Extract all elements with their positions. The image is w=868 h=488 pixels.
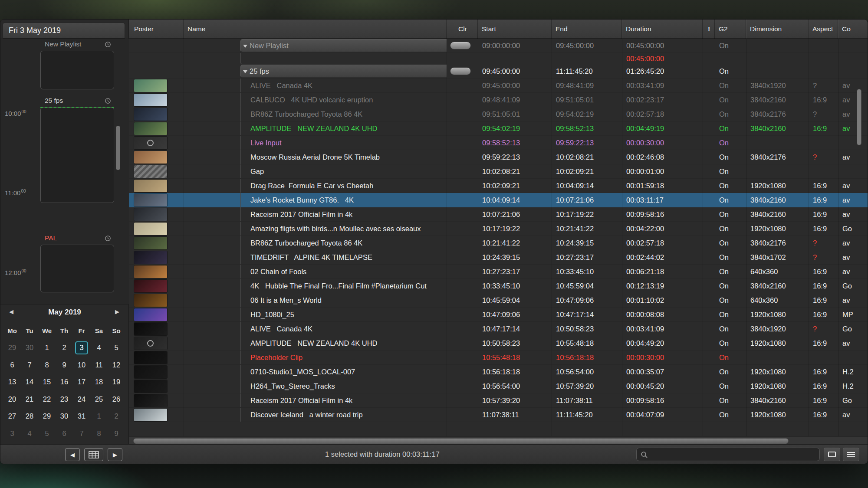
table-horizontal-scrollbar[interactable] — [129, 436, 868, 445]
calendar-day[interactable]: 10 — [73, 357, 90, 374]
playlist-group-row[interactable]: 25 fps09:45:00:0011:11:45:2001:26:45:20O… — [129, 64, 868, 79]
calendar-day[interactable]: 15 — [38, 373, 56, 391]
calendar-day[interactable]: 28 — [21, 408, 38, 425]
clip-row[interactable]: Discover Iceland a winter road trip11:07… — [129, 408, 868, 422]
header-codec[interactable]: Co — [838, 20, 868, 39]
clip-row[interactable]: Amazing fligts with birds...n Moullec av… — [129, 222, 868, 236]
header-clr[interactable]: Clr — [447, 20, 478, 39]
group-header[interactable]: 25 fps — [240, 65, 447, 78]
clip-row[interactable]: ALIVE Canada 4K09:45:00:0009:48:41:0900:… — [129, 79, 868, 93]
calendar-day[interactable]: 4 — [90, 339, 108, 357]
calendar-day[interactable]: 7 — [21, 357, 38, 374]
calendar-day[interactable]: 24 — [73, 391, 90, 408]
header-name[interactable]: Name — [184, 20, 447, 39]
timeline-block-pal[interactable]: PAL — [40, 233, 114, 292]
calendar-day[interactable]: 26 — [108, 391, 125, 408]
calendar-day[interactable]: 23 — [56, 391, 73, 408]
clip-row[interactable]: 06 It is a Men_s World10:45:59:0410:47:0… — [129, 293, 868, 308]
calendar-day[interactable]: 19 — [108, 373, 125, 391]
clip-row[interactable]: Moscow Russia Aerial Drone 5K Timelab09:… — [129, 150, 868, 164]
calendar-day[interactable]: 5 — [38, 425, 56, 442]
header-end[interactable]: End — [552, 20, 622, 39]
clip-row[interactable]: AMPLITUDE NEW ZEALAND 4K UHD09:54:02:190… — [129, 121, 868, 136]
clip-row[interactable]: TIMEDRIFT ALPINE 4K TIMELAPSE10:24:39:15… — [129, 250, 868, 265]
header-start[interactable]: Start — [478, 20, 552, 39]
clip-row[interactable]: BR86Z Turbocharged Toyota 86 4K09:51:05:… — [129, 107, 868, 121]
disclosure-triangle-icon[interactable] — [243, 70, 247, 73]
calendar-day[interactable]: 30 — [56, 408, 73, 425]
calendar-day[interactable]: 2 — [108, 408, 125, 425]
search-field[interactable] — [636, 448, 820, 461]
clip-row[interactable]: BR86Z Turbocharged Toyota 86 4K10:21:41:… — [129, 236, 868, 250]
color-pill[interactable] — [450, 42, 471, 49]
clip-row[interactable]: HD_1080i_2510:47:09:0610:47:17:1400:00:0… — [129, 308, 868, 322]
playlist-group-row[interactable]: New Playlist09:00:00:0009:45:00:0000:45:… — [129, 39, 868, 53]
calendar-day[interactable]: 11 — [90, 357, 108, 374]
clip-row[interactable]: AMPLITUDE NEW ZEALAND 4K UHD10:50:58:231… — [129, 336, 868, 350]
calendar-day[interactable]: 9 — [108, 425, 125, 442]
timeline-block-new-playlist[interactable]: New Playlist — [40, 39, 114, 89]
clip-row[interactable]: Placeholder Clip10:55:48:1810:56:18:1800… — [129, 350, 868, 365]
calendar-day[interactable]: 25 — [90, 391, 108, 408]
clip-row[interactable]: 4K Hubble The Final Fro...Final Film #Pl… — [129, 279, 868, 293]
calendar-day[interactable]: 22 — [38, 391, 56, 408]
clip-row[interactable]: Drag Race Formula E Car vs Cheetah10:02:… — [129, 179, 868, 193]
clip-row[interactable]: Jake's Rocket Bunny GT86. 4K10:04:09:141… — [129, 193, 868, 207]
clip-row[interactable]: 02 Chain of Fools10:27:23:1710:33:45:100… — [129, 265, 868, 279]
disclosure-triangle-icon[interactable] — [243, 45, 247, 48]
group-header[interactable]: New Playlist — [240, 39, 447, 52]
header-warning[interactable]: ! — [703, 20, 715, 39]
clr-cell[interactable] — [447, 39, 478, 52]
clip-row[interactable]: Live Input09:58:52:1309:59:22:1300:00:30… — [129, 136, 868, 150]
group-remaining-row[interactable]: 00:45:00:00 — [129, 53, 868, 64]
table-vertical-scrollbar-thumb[interactable] — [857, 89, 861, 145]
header-dimension[interactable]: Dimension — [746, 20, 809, 39]
prev-day-button[interactable]: ◀ — [65, 448, 80, 461]
clip-row[interactable]: H264_Two_Stereo_Tracks10:56:54:0010:57:3… — [129, 379, 868, 393]
calendar-day[interactable]: 6 — [56, 425, 73, 442]
calendar-day[interactable]: 29 — [3, 339, 21, 357]
clip-row[interactable]: ALIVE Canada 4K10:47:17:1410:50:58:2300:… — [129, 322, 868, 336]
calendar-day[interactable]: 14 — [21, 373, 38, 391]
calendar-day[interactable]: 2 — [56, 339, 73, 357]
calendar-day[interactable]: 4 — [21, 425, 38, 442]
clip-row[interactable]: 0710-Studio1_MOS_LOCAL-00710:56:18:1810:… — [129, 365, 868, 379]
calendar-day[interactable]: 6 — [3, 357, 21, 374]
calendar-day[interactable]: 13 — [3, 373, 21, 391]
calendar-day[interactable]: 5 — [108, 339, 125, 357]
next-day-button[interactable]: ▶ — [108, 448, 122, 461]
calendar-day[interactable]: 18 — [90, 373, 108, 391]
clip-row[interactable]: Gap10:02:08:2110:02:09:2100:00:01:00On — [129, 164, 868, 179]
calendar-day[interactable]: 9 — [56, 357, 73, 374]
calendar-day[interactable]: 8 — [38, 357, 56, 374]
calendar-next-icon[interactable]: ▶ — [115, 308, 119, 315]
calendar-day[interactable]: 12 — [108, 357, 125, 374]
timeline-panel[interactable]: 10:0000 11:0000 12:0000 New Playlist 25 … — [0, 39, 129, 304]
header-aspect[interactable]: Aspect — [809, 20, 838, 39]
clip-row[interactable]: Raceism 2017 Official Film in 4k10:07:21… — [129, 207, 868, 222]
calendar-day[interactable]: 16 — [56, 373, 73, 391]
calendar-day[interactable]: 29 — [38, 408, 56, 425]
clr-cell[interactable] — [447, 64, 478, 78]
calendar-day[interactable]: 21 — [21, 391, 38, 408]
calendar-day[interactable]: 3 — [3, 425, 21, 442]
calendar-day-selected[interactable]: 3 — [73, 339, 90, 357]
calendar-day[interactable]: 1 — [38, 339, 56, 357]
timeline-block-25fps[interactable]: 25 fps — [40, 96, 114, 203]
header-poster[interactable]: Poster — [129, 20, 184, 39]
header-duration[interactable]: Duration — [622, 20, 703, 39]
calendar-day[interactable]: 7 — [73, 425, 90, 442]
calendar-day[interactable]: 1 — [90, 408, 108, 425]
clip-row[interactable]: Raceism 2017 Official Film in 4k10:57:39… — [129, 393, 868, 408]
clip-row[interactable]: CALBUCO 4K UHD volcanic eruption09:48:41… — [129, 93, 868, 107]
header-g2[interactable]: G2 — [715, 20, 746, 39]
horizontal-scrollbar-thumb[interactable] — [133, 438, 789, 444]
color-pill[interactable] — [450, 67, 471, 75]
calendar-day[interactable]: 8 — [90, 425, 108, 442]
calendar-day[interactable]: 20 — [3, 391, 21, 408]
calendar-day[interactable]: 30 — [21, 339, 38, 357]
timeline-scrollbar-thumb[interactable] — [116, 126, 120, 170]
calendar-day[interactable]: 17 — [73, 373, 90, 391]
list-view-button[interactable] — [843, 448, 859, 461]
calendar-day[interactable]: 31 — [73, 408, 90, 425]
